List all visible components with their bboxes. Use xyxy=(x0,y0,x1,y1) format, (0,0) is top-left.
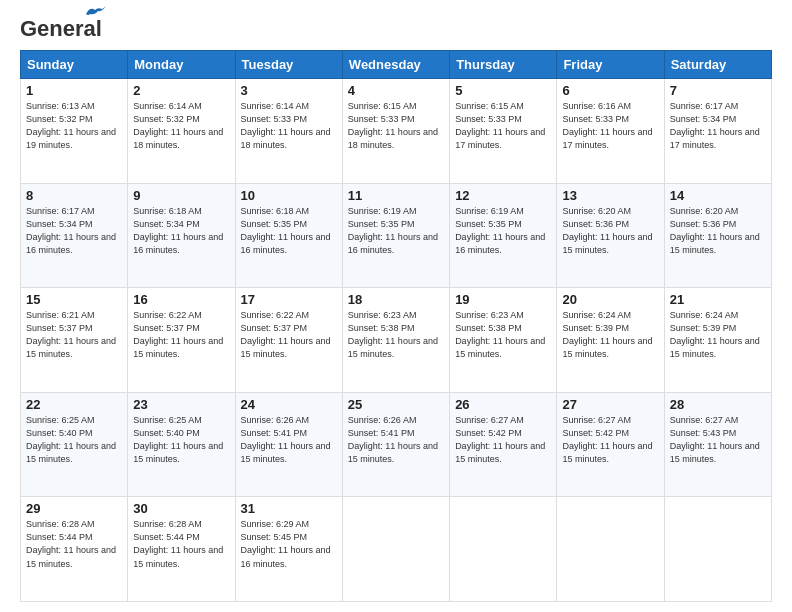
calendar-header-cell: Monday xyxy=(128,51,235,79)
day-number: 26 xyxy=(455,397,551,412)
day-info: Sunrise: 6:25 AMSunset: 5:40 PMDaylight:… xyxy=(133,414,229,466)
day-info: Sunrise: 6:24 AMSunset: 5:39 PMDaylight:… xyxy=(562,309,658,361)
day-info: Sunrise: 6:19 AMSunset: 5:35 PMDaylight:… xyxy=(455,205,551,257)
day-number: 15 xyxy=(26,292,122,307)
calendar-day-cell xyxy=(557,497,664,602)
day-number: 19 xyxy=(455,292,551,307)
day-info: Sunrise: 6:25 AMSunset: 5:40 PMDaylight:… xyxy=(26,414,122,466)
day-info: Sunrise: 6:14 AMSunset: 5:33 PMDaylight:… xyxy=(241,100,337,152)
calendar-day-cell: 18Sunrise: 6:23 AMSunset: 5:38 PMDayligh… xyxy=(342,288,449,393)
calendar-header-cell: Thursday xyxy=(450,51,557,79)
day-number: 21 xyxy=(670,292,766,307)
calendar-day-cell: 1Sunrise: 6:13 AMSunset: 5:32 PMDaylight… xyxy=(21,79,128,184)
day-number: 1 xyxy=(26,83,122,98)
day-number: 24 xyxy=(241,397,337,412)
day-number: 18 xyxy=(348,292,444,307)
calendar-table: SundayMondayTuesdayWednesdayThursdayFrid… xyxy=(20,50,772,602)
day-info: Sunrise: 6:17 AMSunset: 5:34 PMDaylight:… xyxy=(26,205,122,257)
day-number: 7 xyxy=(670,83,766,98)
calendar-week-row: 22Sunrise: 6:25 AMSunset: 5:40 PMDayligh… xyxy=(21,392,772,497)
day-info: Sunrise: 6:22 AMSunset: 5:37 PMDaylight:… xyxy=(133,309,229,361)
day-number: 14 xyxy=(670,188,766,203)
day-number: 20 xyxy=(562,292,658,307)
calendar-day-cell: 19Sunrise: 6:23 AMSunset: 5:38 PMDayligh… xyxy=(450,288,557,393)
day-info: Sunrise: 6:23 AMSunset: 5:38 PMDaylight:… xyxy=(455,309,551,361)
calendar-day-cell: 21Sunrise: 6:24 AMSunset: 5:39 PMDayligh… xyxy=(664,288,771,393)
calendar-header-cell: Tuesday xyxy=(235,51,342,79)
day-number: 6 xyxy=(562,83,658,98)
calendar-header-cell: Wednesday xyxy=(342,51,449,79)
calendar-day-cell: 4Sunrise: 6:15 AMSunset: 5:33 PMDaylight… xyxy=(342,79,449,184)
calendar-header-cell: Sunday xyxy=(21,51,128,79)
day-number: 2 xyxy=(133,83,229,98)
day-number: 3 xyxy=(241,83,337,98)
day-number: 28 xyxy=(670,397,766,412)
calendar-day-cell: 10Sunrise: 6:18 AMSunset: 5:35 PMDayligh… xyxy=(235,183,342,288)
day-info: Sunrise: 6:27 AMSunset: 5:42 PMDaylight:… xyxy=(562,414,658,466)
calendar-header-cell: Friday xyxy=(557,51,664,79)
calendar-day-cell: 26Sunrise: 6:27 AMSunset: 5:42 PMDayligh… xyxy=(450,392,557,497)
calendar-week-row: 8Sunrise: 6:17 AMSunset: 5:34 PMDaylight… xyxy=(21,183,772,288)
calendar-day-cell xyxy=(450,497,557,602)
day-number: 8 xyxy=(26,188,122,203)
logo-bird-icon xyxy=(84,6,106,22)
calendar-day-cell: 11Sunrise: 6:19 AMSunset: 5:35 PMDayligh… xyxy=(342,183,449,288)
day-info: Sunrise: 6:17 AMSunset: 5:34 PMDaylight:… xyxy=(670,100,766,152)
page: General SundayMondayTuesdayWednesdayThur… xyxy=(0,0,792,612)
calendar-day-cell: 31Sunrise: 6:29 AMSunset: 5:45 PMDayligh… xyxy=(235,497,342,602)
day-number: 13 xyxy=(562,188,658,203)
calendar-day-cell: 28Sunrise: 6:27 AMSunset: 5:43 PMDayligh… xyxy=(664,392,771,497)
calendar-week-row: 15Sunrise: 6:21 AMSunset: 5:37 PMDayligh… xyxy=(21,288,772,393)
day-number: 29 xyxy=(26,501,122,516)
calendar-day-cell: 24Sunrise: 6:26 AMSunset: 5:41 PMDayligh… xyxy=(235,392,342,497)
calendar-day-cell: 16Sunrise: 6:22 AMSunset: 5:37 PMDayligh… xyxy=(128,288,235,393)
calendar-day-cell: 20Sunrise: 6:24 AMSunset: 5:39 PMDayligh… xyxy=(557,288,664,393)
calendar-day-cell: 5Sunrise: 6:15 AMSunset: 5:33 PMDaylight… xyxy=(450,79,557,184)
calendar-day-cell: 29Sunrise: 6:28 AMSunset: 5:44 PMDayligh… xyxy=(21,497,128,602)
day-info: Sunrise: 6:18 AMSunset: 5:35 PMDaylight:… xyxy=(241,205,337,257)
calendar-header-cell: Saturday xyxy=(664,51,771,79)
calendar-day-cell: 30Sunrise: 6:28 AMSunset: 5:44 PMDayligh… xyxy=(128,497,235,602)
day-number: 9 xyxy=(133,188,229,203)
calendar-day-cell: 12Sunrise: 6:19 AMSunset: 5:35 PMDayligh… xyxy=(450,183,557,288)
calendar-day-cell xyxy=(342,497,449,602)
day-info: Sunrise: 6:15 AMSunset: 5:33 PMDaylight:… xyxy=(455,100,551,152)
calendar-day-cell: 15Sunrise: 6:21 AMSunset: 5:37 PMDayligh… xyxy=(21,288,128,393)
day-number: 4 xyxy=(348,83,444,98)
day-info: Sunrise: 6:28 AMSunset: 5:44 PMDaylight:… xyxy=(26,518,122,570)
calendar-day-cell: 8Sunrise: 6:17 AMSunset: 5:34 PMDaylight… xyxy=(21,183,128,288)
day-info: Sunrise: 6:27 AMSunset: 5:43 PMDaylight:… xyxy=(670,414,766,466)
calendar-day-cell: 2Sunrise: 6:14 AMSunset: 5:32 PMDaylight… xyxy=(128,79,235,184)
day-info: Sunrise: 6:26 AMSunset: 5:41 PMDaylight:… xyxy=(348,414,444,466)
day-number: 10 xyxy=(241,188,337,203)
calendar-day-cell: 23Sunrise: 6:25 AMSunset: 5:40 PMDayligh… xyxy=(128,392,235,497)
calendar-day-cell: 6Sunrise: 6:16 AMSunset: 5:33 PMDaylight… xyxy=(557,79,664,184)
day-number: 22 xyxy=(26,397,122,412)
day-info: Sunrise: 6:15 AMSunset: 5:33 PMDaylight:… xyxy=(348,100,444,152)
day-info: Sunrise: 6:19 AMSunset: 5:35 PMDaylight:… xyxy=(348,205,444,257)
calendar-day-cell: 17Sunrise: 6:22 AMSunset: 5:37 PMDayligh… xyxy=(235,288,342,393)
day-info: Sunrise: 6:23 AMSunset: 5:38 PMDaylight:… xyxy=(348,309,444,361)
day-number: 31 xyxy=(241,501,337,516)
logo: General xyxy=(20,16,102,40)
day-info: Sunrise: 6:28 AMSunset: 5:44 PMDaylight:… xyxy=(133,518,229,570)
day-number: 25 xyxy=(348,397,444,412)
day-number: 30 xyxy=(133,501,229,516)
calendar-day-cell xyxy=(664,497,771,602)
day-number: 16 xyxy=(133,292,229,307)
day-info: Sunrise: 6:13 AMSunset: 5:32 PMDaylight:… xyxy=(26,100,122,152)
day-number: 17 xyxy=(241,292,337,307)
header: General xyxy=(20,16,772,40)
day-info: Sunrise: 6:22 AMSunset: 5:37 PMDaylight:… xyxy=(241,309,337,361)
day-info: Sunrise: 6:29 AMSunset: 5:45 PMDaylight:… xyxy=(241,518,337,570)
calendar-day-cell: 22Sunrise: 6:25 AMSunset: 5:40 PMDayligh… xyxy=(21,392,128,497)
calendar-day-cell: 3Sunrise: 6:14 AMSunset: 5:33 PMDaylight… xyxy=(235,79,342,184)
day-info: Sunrise: 6:26 AMSunset: 5:41 PMDaylight:… xyxy=(241,414,337,466)
calendar-week-row: 1Sunrise: 6:13 AMSunset: 5:32 PMDaylight… xyxy=(21,79,772,184)
day-number: 23 xyxy=(133,397,229,412)
day-number: 12 xyxy=(455,188,551,203)
day-number: 5 xyxy=(455,83,551,98)
day-info: Sunrise: 6:27 AMSunset: 5:42 PMDaylight:… xyxy=(455,414,551,466)
calendar-day-cell: 13Sunrise: 6:20 AMSunset: 5:36 PMDayligh… xyxy=(557,183,664,288)
day-info: Sunrise: 6:20 AMSunset: 5:36 PMDaylight:… xyxy=(670,205,766,257)
